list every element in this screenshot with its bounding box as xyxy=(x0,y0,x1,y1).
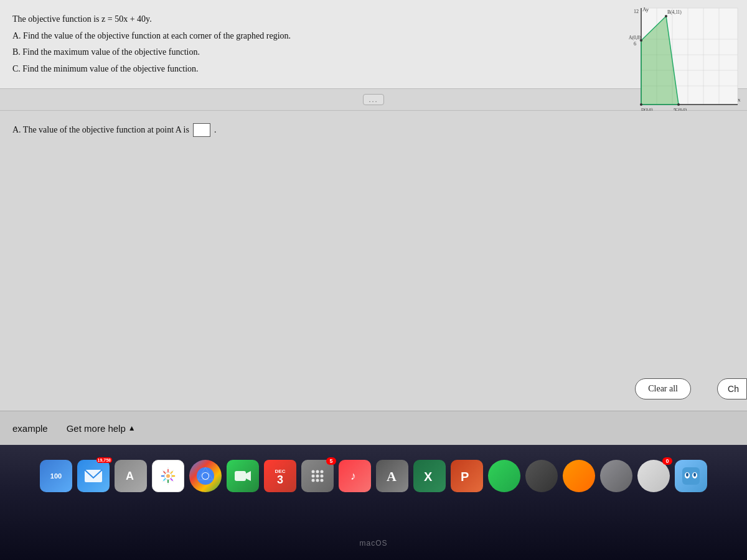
svg-point-40 xyxy=(321,475,324,478)
svg-point-29 xyxy=(166,474,170,478)
svg-rect-33 xyxy=(235,471,246,481)
powerpoint-icon: P xyxy=(457,466,477,486)
music-icon: ♪ xyxy=(345,466,365,486)
svg-point-43 xyxy=(321,479,324,482)
svg-point-24 xyxy=(665,15,667,17)
svg-text:A: A xyxy=(126,470,134,482)
help-bar: example Get more help ▲ xyxy=(0,411,747,445)
svg-point-22 xyxy=(640,103,642,106)
chevron-up-icon: ▲ xyxy=(128,424,136,432)
svg-text:X: X xyxy=(424,470,433,483)
top-section: The objective function is z = 50x + 40y.… xyxy=(0,0,747,89)
svg-text:A: A xyxy=(387,469,397,484)
answer-input-box[interactable] xyxy=(193,123,210,137)
svg-point-41 xyxy=(312,479,315,482)
svg-text:A(0,8): A(0,8) xyxy=(629,35,641,40)
dock-item-excel[interactable]: X xyxy=(413,460,446,492)
svg-point-38 xyxy=(312,475,315,478)
answer-section: A. The value of the objective function a… xyxy=(0,111,747,411)
svg-text:B(4,11): B(4,11) xyxy=(667,9,682,15)
dock-item-mail[interactable]: 19,758 xyxy=(77,460,110,492)
dock-item-green-circle[interactable] xyxy=(488,460,520,492)
excel-icon: X xyxy=(420,466,439,486)
svg-point-51 xyxy=(686,473,688,477)
svg-point-42 xyxy=(316,479,319,482)
dock-item-font[interactable]: A xyxy=(376,460,408,492)
dock-bar: 100 19,758 A xyxy=(0,451,747,501)
part-a-text: A. Find the value of the objective funct… xyxy=(12,31,291,40)
svg-point-32 xyxy=(202,473,209,479)
dock-item-powerpoint[interactable]: P xyxy=(451,460,483,492)
svg-point-39 xyxy=(316,475,319,478)
dock-item-chrome[interactable] xyxy=(189,460,222,492)
dock-item-notification[interactable]: 100 xyxy=(40,460,72,492)
mail-icon xyxy=(83,466,103,486)
font-icon: A xyxy=(382,466,402,486)
facetime-icon xyxy=(233,466,253,486)
svg-text:12: 12 xyxy=(634,9,639,14)
svg-text:6: 6 xyxy=(634,41,636,47)
svg-point-25 xyxy=(677,103,680,106)
get-more-help-label: Get more help xyxy=(67,423,126,434)
svg-point-23 xyxy=(640,39,642,42)
svg-text:x: x xyxy=(738,96,741,103)
clear-all-button[interactable]: Clear all xyxy=(635,378,691,399)
launchpad-badge: 5 xyxy=(326,457,336,465)
dock-item-finder[interactable] xyxy=(675,460,707,492)
notification-badge-100: 100 xyxy=(50,472,62,480)
dock-item-photos[interactable] xyxy=(152,460,184,492)
part-b-text: B. Find the maximum value of the objecti… xyxy=(12,47,200,57)
graph-svg: x Ay 12 6 5 B(4,11) A(0,8) D(0,0) C(6,0) xyxy=(622,5,741,117)
dock-item-launchpad[interactable]: 5 xyxy=(301,460,334,492)
svg-marker-34 xyxy=(246,471,251,481)
chrome-icon xyxy=(195,466,215,486)
dock-item-calendar[interactable]: DEC 3 xyxy=(264,460,296,492)
ch-button[interactable]: Ch xyxy=(717,378,747,399)
answer-line-a: A. The value of the objective function a… xyxy=(12,123,735,137)
expand-dots-button[interactable]: ... xyxy=(363,94,383,105)
example-link[interactable]: example xyxy=(12,423,48,434)
dock-item-white-circle[interactable]: 0 xyxy=(637,460,670,492)
dock-item-facetime[interactable] xyxy=(227,460,259,492)
svg-point-36 xyxy=(316,470,319,474)
intro-text: The objective function is z = 50x + 40y. xyxy=(12,14,152,24)
dock-item-contacts[interactable]: A xyxy=(115,460,147,492)
dock-item-dark-circle[interactable] xyxy=(525,460,558,492)
dock-item-gray-circle[interactable] xyxy=(600,460,632,492)
launchpad-icon xyxy=(308,466,327,486)
svg-text:♪: ♪ xyxy=(350,470,356,482)
answer-prompt: A. The value of the objective function a… xyxy=(12,125,189,135)
dock-area: 100 19,758 A xyxy=(0,445,747,560)
period: . xyxy=(214,125,217,135)
finder-icon xyxy=(681,466,701,486)
photos-icon xyxy=(158,466,178,486)
svg-point-52 xyxy=(693,473,696,477)
part-c-text: C. Find the minimum value of the objecti… xyxy=(12,64,199,73)
dock-item-music[interactable]: ♪ xyxy=(339,460,371,492)
svg-point-37 xyxy=(321,470,324,474)
dock-item-orange-circle[interactable] xyxy=(563,460,595,492)
svg-text:Ay: Ay xyxy=(642,6,649,12)
calendar-day: 3 xyxy=(277,474,283,485)
contacts-icon: A xyxy=(121,466,141,486)
macos-label: macOS xyxy=(359,539,387,548)
main-content: The objective function is z = 50x + 40y.… xyxy=(0,0,747,411)
white-circle-badge: 0 xyxy=(662,457,672,465)
get-more-help-button[interactable]: Get more help ▲ xyxy=(67,423,136,434)
svg-text:P: P xyxy=(461,470,469,483)
svg-point-35 xyxy=(312,470,315,474)
graph-container: x Ay 12 6 5 B(4,11) A(0,8) D(0,0) C(6,0) xyxy=(622,5,741,117)
mail-badge: 19,758 xyxy=(96,457,112,463)
